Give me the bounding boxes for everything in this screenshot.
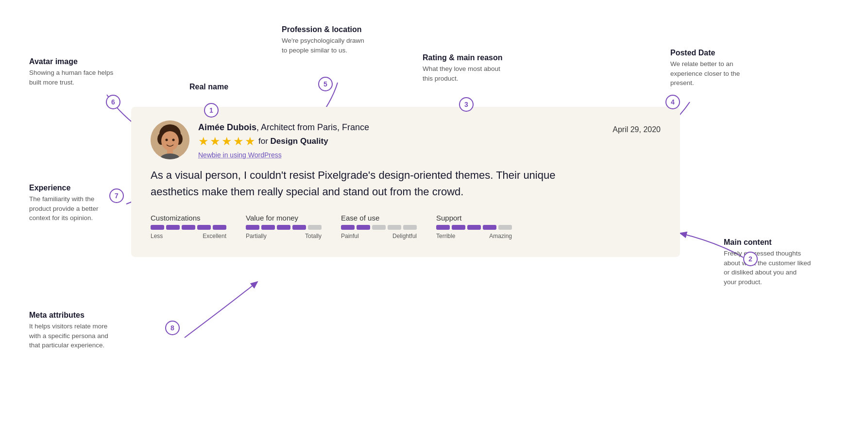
annotation-main-content-title: Main content [724, 238, 811, 247]
experience-tag[interactable]: Newbie in using WordPress [198, 151, 369, 159]
support-label: Support [436, 214, 512, 222]
annotation-main-content: Main content Freely expressed thoughts a… [724, 238, 811, 287]
support-right: Amazing [489, 233, 512, 239]
num-circle-6: 6 [106, 95, 120, 109]
annotation-profession: Profession & location We're psychologica… [282, 25, 369, 55]
bar-seg [166, 225, 180, 230]
bar-seg [246, 225, 259, 230]
annotation-profession-title: Profession & location [282, 25, 369, 34]
num-circle-5: 5 [318, 77, 333, 91]
bar-seg [213, 225, 226, 230]
annotation-experience-desc: The familiarity with the product provide… [29, 194, 117, 223]
reviewer-info: Aimée Dubois, Architect from Paris, Fran… [151, 120, 369, 159]
support-sublabels: Terrible Amazing [436, 233, 512, 239]
star-5: ★ [245, 135, 255, 148]
num-circle-4: 4 [665, 95, 680, 109]
avatar-svg [151, 120, 189, 159]
num-circle-7: 7 [109, 188, 124, 203]
value-left: Partially [246, 233, 267, 239]
annotation-meta-title: Meta attributes [29, 311, 117, 320]
review-header: Aimée Dubois, Architect from Paris, Fran… [151, 120, 661, 159]
annotation-avatar-title: Avatar image [29, 57, 117, 66]
bar-seg [452, 225, 465, 230]
annotation-meta: Meta attributes It helps visitors relate… [29, 311, 117, 350]
customizations-left: Less [151, 233, 163, 239]
customizations-sublabels: Less Excellent [151, 233, 226, 239]
customizations-track [151, 225, 226, 230]
star-2: ★ [210, 135, 221, 148]
svg-point-6 [166, 139, 168, 141]
rating-category: Design Quality [271, 137, 328, 146]
support-track [436, 225, 512, 230]
support-left: Terrible [436, 233, 455, 239]
bar-seg-empty [403, 225, 417, 230]
review-body: As a visual person, I couldn't resist Pi… [151, 167, 568, 200]
annotation-experience-title: Experience [29, 184, 117, 192]
stars-line: ★ ★ ★ ★ ★ for Design Quality [198, 135, 369, 148]
bar-seg [467, 225, 481, 230]
bar-seg [151, 225, 164, 230]
bar-seg [436, 225, 450, 230]
bar-seg-empty [308, 225, 322, 230]
annotation-main-content-desc: Freely expressed thoughts about what the… [724, 249, 811, 287]
value-label: Value for money [246, 214, 322, 222]
value-sublabels: Partially Totally [246, 233, 322, 239]
num-circle-8: 8 [165, 321, 180, 335]
page-container: Aimée Dubois, Architect from Paris, Fran… [0, 0, 868, 444]
annotation-date-desc: We relate better to an experience closer… [670, 59, 758, 88]
for-label: for Design Quality [258, 137, 328, 146]
bar-seg [483, 225, 496, 230]
svg-point-7 [172, 139, 175, 141]
meta-bar-ease: Ease of use Painful Delightful [341, 214, 417, 239]
star-3: ★ [221, 135, 232, 148]
bar-seg [277, 225, 290, 230]
customizations-right: Excellent [203, 233, 226, 239]
ease-left: Painful [341, 233, 359, 239]
annotation-meta-desc: It helps visitors relate more with a spe… [29, 322, 117, 350]
num-circle-2: 2 [743, 252, 758, 266]
bar-seg [292, 225, 306, 230]
stars: ★ ★ ★ ★ ★ [198, 135, 255, 148]
ease-right: Delightful [392, 233, 417, 239]
bar-seg-empty [372, 225, 386, 230]
bar-seg [341, 225, 355, 230]
review-card: Aimée Dubois, Architect from Paris, Fran… [131, 107, 680, 257]
bar-seg [261, 225, 275, 230]
svg-point-5 [161, 131, 179, 151]
customizations-label: Customizations [151, 214, 226, 222]
num-circle-3: 3 [459, 97, 474, 112]
annotation-date: Posted Date We relate better to an exper… [670, 49, 758, 88]
ease-label: Ease of use [341, 214, 417, 222]
meta-bars: Customizations Less Excellent Value for … [151, 214, 661, 239]
meta-bar-support: Support Terrible Amazing [436, 214, 512, 239]
bar-seg [197, 225, 211, 230]
annotation-rating: Rating & main reason What they love most… [423, 53, 510, 83]
annotation-experience: Experience The familiarity with the prod… [29, 184, 117, 223]
bar-seg-empty [498, 225, 512, 230]
bar-seg [182, 225, 195, 230]
annotation-rating-desc: What they love most about this product. [423, 64, 510, 83]
reviewer-name: Aimée Dubois [198, 122, 256, 132]
annotation-profession-desc: We're psychologically drawn to people si… [282, 36, 369, 55]
star-4: ★ [233, 135, 244, 148]
ease-track [341, 225, 417, 230]
avatar [151, 120, 189, 159]
annotation-date-title: Posted Date [670, 49, 758, 57]
annotation-avatar: Avatar image Showing a human face helps … [29, 57, 117, 87]
star-1: ★ [198, 135, 209, 148]
ease-sublabels: Painful Delightful [341, 233, 417, 239]
meta-bar-customizations: Customizations Less Excellent [151, 214, 226, 239]
reviewer-name-line: Aimée Dubois, Architect from Paris, Fran… [198, 122, 369, 133]
review-date: April 29, 2020 [613, 120, 661, 134]
value-right: Totally [305, 233, 322, 239]
annotation-realname: Real name [189, 83, 228, 93]
meta-bar-value: Value for money Partially Totally [246, 214, 322, 239]
bar-seg [357, 225, 370, 230]
value-track [246, 225, 322, 230]
num-circle-1: 1 [204, 103, 219, 118]
reviewer-suffix: , Architect from Paris, France [256, 122, 369, 132]
reviewer-details: Aimée Dubois, Architect from Paris, Fran… [198, 120, 369, 159]
annotation-avatar-desc: Showing a human face helps built more tr… [29, 68, 117, 87]
annotation-rating-title: Rating & main reason [423, 53, 510, 62]
annotation-realname-title: Real name [189, 83, 228, 91]
